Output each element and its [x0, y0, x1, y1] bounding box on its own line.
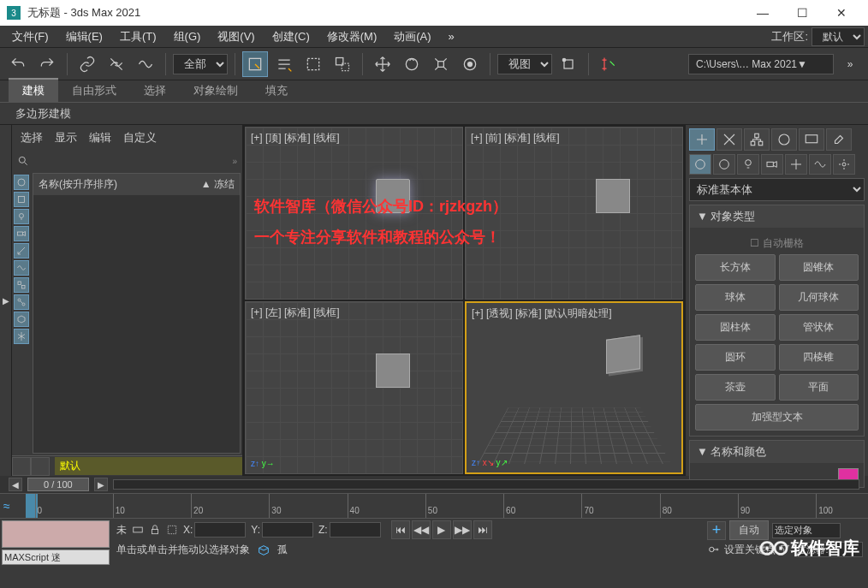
prim-cone[interactable]: 圆锥体	[779, 254, 859, 281]
prim-plane[interactable]: 平面	[779, 374, 859, 401]
auto-grid-checkbox[interactable]: ☐ 自动栅格	[695, 233, 859, 254]
ribbon-tab-objpaint[interactable]: 对象绘制	[180, 80, 252, 102]
viewport-front-label[interactable]: [+] [前] [标准] [线框]	[471, 131, 560, 146]
se-tab-display[interactable]: 显示	[55, 130, 77, 146]
keyboard-icon[interactable]	[132, 524, 144, 536]
category-dropdown[interactable]: 标准基本体	[689, 178, 865, 201]
key-filter-icon[interactable]	[779, 543, 791, 555]
prim-sphere[interactable]: 球体	[695, 284, 776, 311]
ribbon-tab-populate[interactable]: 填充	[252, 80, 301, 102]
coord-y-input[interactable]	[262, 522, 313, 538]
ribbon-tab-selection[interactable]: 选择	[130, 80, 180, 102]
workspace-dropdown[interactable]: 默认	[812, 27, 865, 46]
redo-button[interactable]	[34, 51, 60, 77]
dock-expand[interactable]: ▶	[3, 296, 9, 306]
maximize-button[interactable]: ☐	[782, 0, 822, 26]
viewport-persp-label[interactable]: [+] [透视] [标准] [默认明暗处理]	[472, 306, 612, 321]
select-region-button[interactable]	[300, 51, 326, 77]
ribbon-tab-modeling[interactable]: 建模	[9, 78, 58, 102]
se-tools-overflow[interactable]: »	[232, 157, 237, 166]
cp-create-tab[interactable]	[689, 128, 715, 151]
cp-modify-tab[interactable]	[716, 128, 742, 151]
rollup-header-name[interactable]: ▼ 名称和颜色	[690, 441, 864, 463]
reference-system[interactable]: 视图	[497, 54, 552, 74]
viewport-top-label[interactable]: [+] [顶] [标准] [线框]	[251, 131, 340, 146]
filter-shapes-icon[interactable]	[14, 192, 29, 207]
viewport-top[interactable]: [+] [顶] [标准] [线框] 软件智库（微信公众号ID：rjzkgzh） …	[245, 127, 463, 300]
menu-tools[interactable]: 工具(T)	[111, 26, 165, 48]
viewport-perspective[interactable]: [+] [透视] [标准] [默认明暗处理] z↑ x↘ y↗	[465, 301, 683, 474]
filter-geometry-icon[interactable]	[14, 175, 29, 190]
frame-slider-handle[interactable]: 0 / 100	[27, 478, 89, 491]
filter-groups-icon[interactable]	[14, 277, 29, 293]
filter-spacewarps-icon[interactable]	[14, 260, 29, 276]
menu-group[interactable]: 组(G)	[165, 26, 210, 48]
frame-next[interactable]: ▶	[94, 478, 108, 491]
menu-modifiers[interactable]: 修改器(M)	[318, 26, 386, 48]
filter-lights-icon[interactable]	[14, 209, 29, 224]
prim-tube[interactable]: 管状体	[779, 314, 859, 341]
frame-track[interactable]	[113, 479, 859, 490]
project-path[interactable]: C:\Users\… Max 2021 ▼	[688, 54, 834, 74]
bind-button[interactable]	[133, 51, 158, 77]
isolate-label[interactable]: 孤	[277, 543, 288, 557]
scale-button[interactable]	[428, 51, 454, 77]
helpers-icon[interactable]	[785, 154, 807, 175]
menu-edit[interactable]: 编辑(E)	[57, 26, 111, 48]
cp-display-tab[interactable]	[799, 128, 824, 151]
pivot-button[interactable]	[556, 51, 581, 77]
auto-key-button[interactable]: 自动	[729, 520, 769, 540]
select-object-button[interactable]	[242, 51, 268, 77]
menu-animation[interactable]: 动画(A)	[385, 26, 439, 48]
se-tab-edit[interactable]: 编辑	[89, 130, 111, 146]
col-frozen[interactable]: ▲ 冻结	[201, 177, 235, 192]
prim-geosphere[interactable]: 几何球体	[779, 284, 859, 311]
prim-pyramid[interactable]: 四棱锥	[779, 344, 859, 371]
prim-textplus[interactable]: 加强型文本	[695, 404, 859, 431]
shapes-icon[interactable]	[713, 154, 735, 175]
play-button[interactable]: ▶	[432, 520, 451, 539]
maxscript-input[interactable]	[2, 549, 110, 565]
coord-z-input[interactable]	[330, 522, 381, 538]
minimize-button[interactable]: —	[743, 0, 782, 26]
trackbar-icon[interactable]: ≈	[3, 499, 10, 513]
script-output[interactable]	[2, 520, 110, 548]
scene-list-header[interactable]: 名称(按升序排序) ▲ 冻结	[33, 174, 240, 195]
unlink-button[interactable]	[104, 51, 129, 77]
cp-motion-tab[interactable]	[771, 128, 797, 151]
select-by-name-button[interactable]	[271, 51, 297, 77]
menu-views[interactable]: 视图(V)	[209, 26, 263, 48]
key-filter-input[interactable]	[794, 542, 863, 557]
prim-teapot[interactable]: 茶壶	[695, 374, 776, 401]
se-tab-custom[interactable]: 自定义	[123, 130, 157, 146]
selection-name[interactable]	[772, 523, 841, 538]
viewport-left[interactable]: [+] [左] [标准] [线框] z↑ y→	[245, 301, 463, 474]
viewport-left-label[interactable]: [+] [左] [标准] [线框]	[251, 306, 340, 320]
prim-torus[interactable]: 圆环	[695, 344, 776, 371]
selection-lock-icon[interactable]	[166, 524, 178, 536]
filter-helpers-icon[interactable]	[14, 243, 29, 258]
toolbar-overflow[interactable]: »	[837, 51, 863, 77]
current-layer[interactable]: 默认	[55, 457, 242, 475]
time-ruler[interactable]: ≈ 0 10 20 30 40 50 60 70 80 90 100	[0, 493, 868, 519]
set-key-label[interactable]: 设置关键点	[724, 543, 776, 557]
isolate-icon[interactable]	[257, 543, 271, 557]
menu-create[interactable]: 创建(C)	[264, 26, 318, 48]
filter-cameras-icon[interactable]	[14, 226, 29, 241]
prev-frame-button[interactable]: ◀◀	[412, 520, 431, 539]
ribbon-tab-freeform[interactable]: 自由形式	[58, 80, 130, 102]
set-key-button[interactable]: +	[707, 521, 726, 540]
spacewarps-icon[interactable]	[809, 154, 831, 175]
close-button[interactable]: ✕	[822, 0, 861, 26]
prim-box[interactable]: 长方体	[695, 254, 776, 281]
selection-filter[interactable]: 全部	[173, 54, 228, 74]
geometry-icon[interactable]	[689, 154, 711, 175]
placement-button[interactable]	[457, 51, 483, 77]
cp-hierarchy-tab[interactable]	[744, 128, 770, 151]
goto-start-button[interactable]: ⏮	[391, 520, 410, 539]
se-tab-select[interactable]: 选择	[21, 130, 43, 146]
link-button[interactable]	[74, 51, 100, 77]
menu-overflow[interactable]: »	[440, 27, 463, 46]
goto-end-button[interactable]: ⏭	[473, 520, 492, 539]
lights-icon[interactable]	[737, 154, 759, 175]
